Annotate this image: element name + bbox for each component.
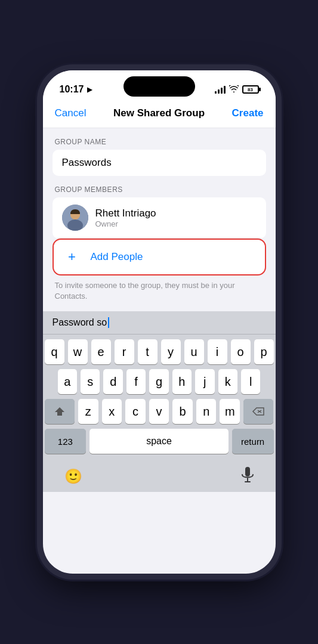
keyboard-row-1: q w e r t y u i o p [45, 339, 274, 364]
key-k[interactable]: k [218, 369, 237, 394]
status-time: 10:17 ▶ [60, 84, 92, 95]
key-b[interactable]: b [172, 399, 193, 424]
member-info: Rhett Intriago Owner [95, 208, 156, 228]
wifi-icon [229, 85, 239, 94]
key-e[interactable]: e [91, 339, 111, 364]
member-row: Rhett Intriago Owner [53, 197, 266, 239]
dynamic-island [124, 76, 195, 97]
cancel-button[interactable]: Cancel [55, 107, 87, 119]
key-a[interactable]: a [58, 369, 77, 394]
member-name: Rhett Intriago [95, 208, 156, 219]
member-role: Owner [95, 219, 156, 228]
num-key[interactable]: 123 [45, 429, 87, 454]
hint-text: To invite someone to the group, they mus… [43, 275, 276, 311]
key-x[interactable]: x [102, 399, 122, 424]
avatar [62, 205, 88, 231]
key-s[interactable]: s [81, 369, 100, 394]
battery-level: 83 [248, 87, 253, 92]
svg-marker-4 [55, 407, 64, 416]
cursor [108, 317, 109, 328]
key-f[interactable]: f [126, 369, 146, 394]
svg-rect-7 [245, 467, 250, 476]
add-people-wrapper: + Add People [53, 239, 266, 275]
key-g[interactable]: g [149, 369, 168, 394]
bottom-bar: 🙂 [43, 461, 276, 492]
signal-bars-icon [215, 85, 226, 94]
space-key[interactable]: space [89, 429, 229, 454]
add-people-button[interactable]: + Add People [53, 239, 266, 275]
key-u[interactable]: u [184, 339, 204, 364]
keyboard-row-3: z x c v b n m [45, 399, 274, 424]
group-name-card [53, 150, 266, 176]
group-name-section-label: GROUP NAME [43, 128, 276, 150]
key-c[interactable]: c [125, 399, 146, 424]
mic-icon[interactable] [241, 466, 254, 487]
time-label: 10:17 [60, 84, 84, 95]
plus-icon: + [63, 248, 81, 266]
keyboard-suggestion-bar: Password so [43, 311, 276, 335]
location-arrow-icon: ▶ [87, 86, 92, 94]
key-p[interactable]: p [254, 339, 274, 364]
key-n[interactable]: n [196, 399, 217, 424]
return-key[interactable]: return [232, 429, 274, 454]
phone-frame: 10:17 ▶ 83 Cancel [43, 70, 276, 574]
key-j[interactable]: j [195, 369, 214, 394]
key-z[interactable]: z [78, 399, 98, 424]
group-name-input[interactable] [53, 150, 266, 176]
members-card: Rhett Intriago Owner [53, 197, 266, 239]
shift-key[interactable] [45, 399, 75, 424]
page-title: New Shared Group [113, 107, 205, 119]
add-people-label: Add People [91, 251, 143, 263]
key-y[interactable]: y [161, 339, 181, 364]
emoji-icon[interactable]: 🙂 [64, 468, 82, 485]
backspace-key[interactable] [243, 399, 273, 424]
keyboard: q w e r t y u i o p a s d f g h j k l [43, 335, 276, 461]
key-h[interactable]: h [172, 369, 192, 394]
battery-icon: 83 [242, 85, 259, 94]
key-o[interactable]: o [231, 339, 251, 364]
keyboard-row-4: 123 space return [45, 429, 274, 454]
status-icons: 83 [215, 85, 259, 94]
key-d[interactable]: d [103, 369, 122, 394]
key-v[interactable]: v [149, 399, 169, 424]
key-w[interactable]: w [68, 339, 88, 364]
nav-bar: Cancel New Shared Group Create [43, 100, 276, 128]
key-t[interactable]: t [138, 339, 158, 364]
keyboard-row-2: a s d f g h j k l [45, 369, 274, 394]
key-q[interactable]: q [45, 339, 64, 364]
key-l[interactable]: l [241, 369, 260, 394]
key-m[interactable]: m [220, 399, 240, 424]
content-area: GROUP NAME GROUP MEMBERS [43, 128, 276, 311]
status-bar: 10:17 ▶ 83 [43, 70, 276, 100]
create-button[interactable]: Create [232, 107, 264, 119]
suggestion-text: Password so [53, 317, 107, 328]
key-r[interactable]: r [115, 339, 134, 364]
group-members-section-label: GROUP MEMBERS [43, 176, 276, 197]
key-i[interactable]: i [208, 339, 227, 364]
